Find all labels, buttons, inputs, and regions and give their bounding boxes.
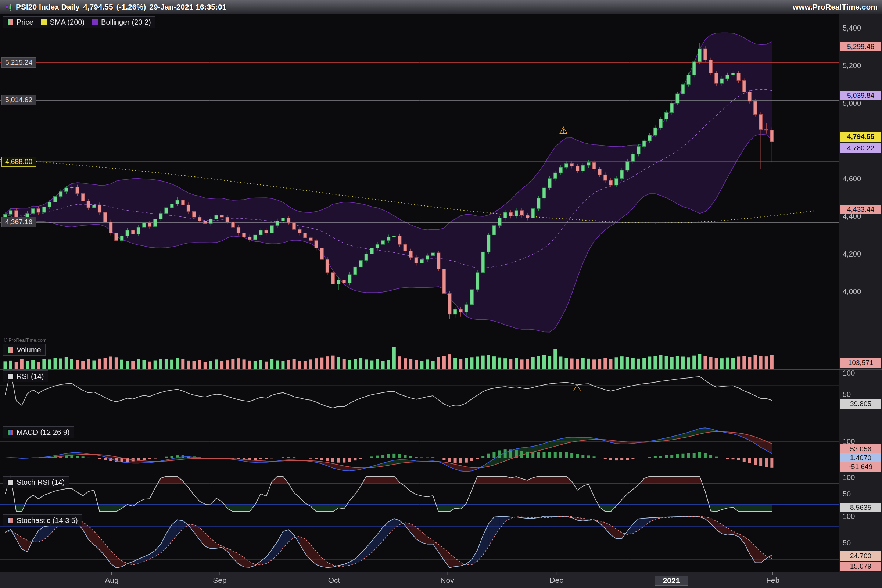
- stochastic-panel-legend: Stochastic (14 3 5): [3, 514, 82, 526]
- legend-label-stoch-rsi: Stoch RSI (14): [16, 478, 64, 486]
- stoch-rsi-axis-tick: 50: [843, 490, 879, 498]
- stoch-rsi-panel-legend: Stoch RSI (14): [3, 476, 69, 488]
- legend-label-bollinger: Bollinger (20 2): [101, 18, 151, 26]
- macd-zero-badge: 1.4070: [840, 453, 881, 463]
- legend-item-macd[interactable]: MACD (12 26 9): [8, 428, 70, 436]
- time-axis-label-oct: Oct: [318, 576, 351, 585]
- rsi-value-badge: 39.805: [840, 399, 881, 409]
- price-axis-tick: 5,200: [843, 62, 879, 69]
- middle-band-badge: 5,039.84: [840, 91, 881, 100]
- stoch-rsi-axis-tick: 100: [843, 473, 879, 482]
- price-axis-tick: 5,400: [843, 24, 879, 32]
- stochastic-d-badge: 15.079: [840, 561, 881, 571]
- legend-item-volume[interactable]: Volume: [8, 346, 41, 354]
- legend-label-volume: Volume: [16, 346, 41, 354]
- time-axis-label-feb: Feb: [756, 576, 789, 585]
- price-chart-canvas[interactable]: [0, 0, 882, 588]
- stoch-rsi-value-badge: 8.5635: [840, 503, 881, 512]
- time-axis-label-sep: Sep: [203, 576, 236, 585]
- sma200-value-badge: 4,433.44: [840, 205, 881, 214]
- sma-swatch-icon: [41, 19, 47, 26]
- macd-panel-legend: MACD (12 26 9): [3, 426, 74, 438]
- macd-swatch-icon: [8, 429, 14, 435]
- legend-label-price: Price: [16, 18, 33, 26]
- copyright-watermark: © ProRealTime.com: [4, 338, 46, 343]
- rsi-panel-legend: RSI (14): [3, 370, 48, 382]
- volume-panel-legend: Volume: [3, 344, 46, 356]
- legend-label-macd: MACD (12 26 9): [16, 428, 70, 436]
- macd-signal-badge: 53.056: [840, 444, 881, 454]
- legend-label-sma: SMA (200): [50, 18, 84, 26]
- legend-item-sma[interactable]: SMA (200): [41, 18, 84, 26]
- price-axis-tick: 4,600: [843, 175, 879, 183]
- price-swatch-icon: [8, 19, 14, 26]
- legend-label-rsi: RSI (14): [16, 372, 44, 380]
- price-level-label-4688: 4,688.00: [2, 156, 36, 167]
- stochastic-axis-tick: 50: [843, 539, 879, 547]
- rsi-axis-tick: 50: [843, 390, 879, 398]
- upper-band-badge: 5,299.46: [840, 42, 881, 51]
- bollinger-swatch-icon: [92, 19, 98, 26]
- stochastic-axis-tick: 100: [843, 512, 879, 520]
- rsi-axis-tick: 100: [843, 369, 879, 377]
- candlestick-app-icon: [4, 3, 12, 11]
- website-watermark: www.ProRealTime.com: [793, 3, 878, 11]
- legend-item-price[interactable]: Price: [8, 18, 33, 26]
- legend-item-rsi[interactable]: RSI (14): [8, 372, 44, 380]
- legend-item-stoch-rsi[interactable]: Stoch RSI (14): [8, 478, 64, 486]
- header-change-percent: (-1.26%): [117, 3, 146, 11]
- price-level-label-5215: 5,215.24: [2, 57, 36, 68]
- macd-value-badge: -51.649: [840, 462, 881, 471]
- title-bar: PSI20 Index Daily 4,794.55 (-1.26%) 29-J…: [0, 0, 882, 14]
- instrument-header: PSI20 Index Daily 4,794.55 (-1.26%) 29-J…: [4, 3, 226, 11]
- volume-value-badge: 103,571: [840, 358, 881, 368]
- price-level-label-4367: 4,367.16: [2, 217, 36, 227]
- price-axis-tick: 4,200: [843, 250, 879, 258]
- volume-swatch-icon: [8, 347, 14, 353]
- price-level-label-5014: 5,014.62: [2, 95, 36, 105]
- rsi-alert-warning-icon[interactable]: ⚠: [573, 382, 581, 394]
- legend-item-stochastic[interactable]: Stochastic (14 3 5): [8, 516, 78, 524]
- legend-item-bollinger[interactable]: Bollinger (20 2): [92, 18, 151, 26]
- lower-band-badge: 4,780.22: [840, 143, 881, 153]
- time-axis-label-nov: Nov: [431, 576, 464, 585]
- time-axis-label-aug: Aug: [95, 576, 128, 585]
- price-panel-legend: Price SMA (200) Bollinger (20 2): [3, 16, 156, 28]
- stochastic-k-badge: 24.700: [840, 551, 881, 561]
- price-alert-warning-icon[interactable]: ⚠: [559, 124, 568, 136]
- rsi-swatch-icon: [8, 374, 14, 380]
- price-axis-tick: 5,000: [843, 99, 879, 107]
- header-timestamp: 29-Jan-2021 16:35:01: [149, 3, 226, 11]
- stochastic-swatch-icon: [8, 518, 14, 524]
- prorealtime-chart-window: { "header": { "symbol_title": "PSI20 Ind…: [0, 0, 882, 588]
- time-axis-label-2021: 2021: [654, 576, 688, 586]
- legend-label-stochastic: Stochastic (14 3 5): [16, 516, 78, 524]
- header-last-price: 4,794.55: [83, 3, 113, 11]
- stoch-rsi-swatch-icon: [8, 479, 14, 486]
- symbol-title: PSI20 Index Daily: [16, 3, 80, 11]
- time-axis-label-dec: Dec: [540, 576, 573, 585]
- price-axis-tick: 4,000: [843, 287, 879, 296]
- last-price-badge: 4,794.55: [840, 132, 881, 142]
